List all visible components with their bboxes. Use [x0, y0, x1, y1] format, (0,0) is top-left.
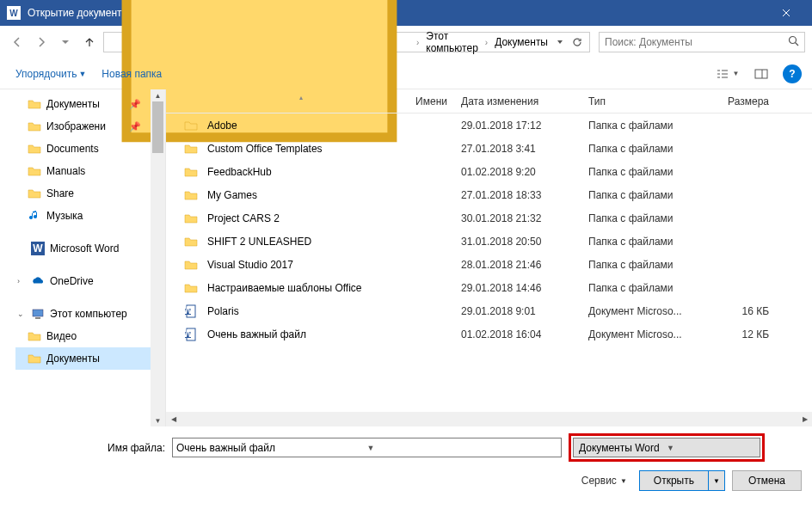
- file-row[interactable]: Project CARS 230.01.2018 21:32Папка с фа…: [166, 206, 812, 230]
- filter-highlight: Документы Word ▼: [569, 433, 765, 462]
- file-list-pane: ▴ Имени Дата изменения Тип Размера Adobe…: [165, 89, 812, 426]
- column-header-date[interactable]: Дата изменения: [454, 95, 581, 107]
- sidebar-item[interactable]: Документы: [15, 347, 165, 370]
- file-name: SHIFT 2 UNLEASHED: [207, 236, 454, 248]
- up-button[interactable]: [79, 32, 100, 52]
- column-header-name[interactable]: ▴ Имени: [183, 95, 454, 107]
- sidebar-item-label: OneDrive: [50, 275, 94, 287]
- filename-combobox[interactable]: Очень важный файл ▼: [172, 438, 562, 457]
- close-button[interactable]: [766, 0, 805, 26]
- file-type: Документ Microso...: [581, 328, 709, 340]
- sidebar-group-thispc[interactable]: ⌄ Этот компьютер: [15, 303, 165, 325]
- file-type: Папка с файлами: [581, 259, 709, 271]
- breadcrumb-root[interactable]: Этот компьютер: [424, 30, 480, 54]
- file-row[interactable]: Custom Office Templates27.01.2018 3:41Па…: [166, 137, 812, 160]
- sidebar-item-label: Share: [46, 187, 74, 199]
- refresh-button[interactable]: [569, 33, 586, 52]
- breadcrumb-current[interactable]: Документы: [493, 36, 550, 48]
- file-row[interactable]: Настраиваемые шаблоны Office29.01.2018 1…: [166, 276, 812, 299]
- breadcrumb[interactable]: › Этот компьютер › Документы: [103, 32, 590, 52]
- search-icon[interactable]: [788, 35, 799, 49]
- new-folder-button[interactable]: Новая папка: [96, 64, 167, 83]
- onedrive-icon: [31, 274, 45, 288]
- file-row[interactable]: SHIFT 2 UNLEASHED31.01.2018 20:50Папка с…: [166, 230, 812, 253]
- file-type: Документ Microso...: [581, 305, 709, 317]
- sidebar-item[interactable]: Музыка: [15, 205, 165, 227]
- file-type-filter[interactable]: Документы Word ▼: [573, 438, 760, 457]
- sidebar-scrollbar[interactable]: ▲▼: [151, 89, 165, 426]
- file-date: 30.01.2018 21:32: [454, 212, 581, 224]
- sidebar-group-word[interactable]: W Microsoft Word: [15, 237, 165, 260]
- file-date: 31.01.2018 20:50: [454, 236, 581, 248]
- back-button[interactable]: [7, 32, 28, 52]
- sidebar-item-label: Manuals: [46, 165, 85, 177]
- file-size: 16 КБ: [709, 305, 776, 317]
- view-options-button[interactable]: ▼: [709, 64, 747, 83]
- chevron-right-icon: ›: [413, 38, 422, 47]
- file-name: Adobe: [207, 120, 454, 132]
- navigation-bar: › Этот компьютер › Документы: [0, 26, 812, 58]
- file-name: FeedbackHub: [207, 166, 454, 178]
- sidebar-group-onedrive[interactable]: › OneDrive: [15, 270, 165, 292]
- search-box[interactable]: [599, 32, 805, 52]
- sidebar-item-label: Documents: [46, 143, 99, 155]
- sidebar-item-label: Документы: [46, 98, 100, 110]
- horizontal-scrollbar[interactable]: ◀▶: [166, 412, 812, 426]
- filter-value: Документы Word: [579, 442, 667, 454]
- file-date: 27.01.2018 18:33: [454, 189, 581, 201]
- file-row[interactable]: Visual Studio 201728.01.2018 21:46Папка …: [166, 253, 812, 276]
- file-date: 27.01.2018 3:41: [454, 143, 581, 155]
- sidebar-item[interactable]: Документы📌: [15, 93, 165, 115]
- file-name: Visual Studio 2017: [207, 259, 454, 271]
- file-type: Папка с файлами: [581, 212, 709, 224]
- svg-rect-4: [33, 310, 43, 316]
- sidebar-item[interactable]: Manuals: [15, 160, 165, 182]
- open-button[interactable]: Открыть ▼: [639, 470, 725, 491]
- file-row[interactable]: My Games27.01.2018 18:33Папка с файлами: [166, 183, 812, 206]
- file-date: 29.01.2018 9:01: [454, 305, 581, 317]
- sidebar-item[interactable]: Изображени📌: [15, 115, 165, 138]
- file-name: Project CARS 2: [207, 212, 454, 224]
- sidebar-item[interactable]: Share: [15, 182, 165, 205]
- file-date: 29.01.2018 14:46: [454, 282, 581, 294]
- chevron-right-icon: ›: [482, 38, 491, 47]
- search-input[interactable]: [605, 36, 788, 48]
- chevron-down-icon: ▼: [367, 444, 558, 452]
- sidebar-item-label: Музыка: [46, 210, 83, 222]
- open-button-dropdown[interactable]: ▼: [709, 471, 724, 490]
- file-type: Папка с файлами: [581, 166, 709, 178]
- word-icon: W: [31, 242, 45, 255]
- svg-rect-1: [755, 70, 767, 78]
- file-row[interactable]: FeedbackHub01.02.2018 9:20Папка с файлам…: [166, 160, 812, 183]
- file-date: 01.02.2018 16:04: [454, 328, 581, 340]
- file-name: My Games: [207, 189, 454, 201]
- filename-value: Очень важный файл: [176, 442, 367, 454]
- file-type: Папка с файлами: [581, 143, 709, 155]
- column-header-size[interactable]: Размера: [709, 95, 776, 107]
- sidebar-item[interactable]: Видео: [15, 325, 165, 347]
- sidebar-item-label: Изображени: [46, 120, 106, 132]
- column-header-type[interactable]: Тип: [581, 95, 709, 107]
- word-app-icon: W: [7, 6, 21, 20]
- organize-button[interactable]: Упорядочить ▼: [10, 64, 91, 83]
- sidebar-item[interactable]: Documents: [15, 138, 165, 160]
- tools-button[interactable]: Сервис ▼: [576, 473, 632, 488]
- help-button[interactable]: ?: [783, 64, 802, 83]
- file-type: Папка с файлами: [581, 189, 709, 201]
- sidebar-item-label: Документы: [46, 353, 100, 365]
- file-row[interactable]: WОчень важный файл01.02.2018 16:04Докуме…: [166, 322, 812, 346]
- file-row[interactable]: Adobe29.01.2018 17:12Папка с файлами: [166, 113, 812, 137]
- breadcrumb-dropdown[interactable]: [551, 33, 569, 52]
- sidebar-item-label: Этот компьютер: [50, 308, 127, 320]
- forward-button[interactable]: [31, 32, 52, 52]
- preview-pane-button[interactable]: [748, 64, 774, 83]
- svg-text:W: W: [183, 328, 194, 340]
- recent-locations-button[interactable]: [55, 32, 76, 52]
- svg-text:W: W: [33, 242, 43, 254]
- dialog-footer: Имя файла: Очень важный файл ▼ Документы…: [0, 426, 812, 501]
- file-date: 29.01.2018 17:12: [454, 120, 581, 132]
- file-row[interactable]: WPolaris29.01.2018 9:01Документ Microso.…: [166, 299, 812, 322]
- cancel-button[interactable]: Отмена: [732, 470, 802, 491]
- file-date: 01.02.2018 9:20: [454, 166, 581, 178]
- file-name: Очень важный файл: [207, 328, 454, 340]
